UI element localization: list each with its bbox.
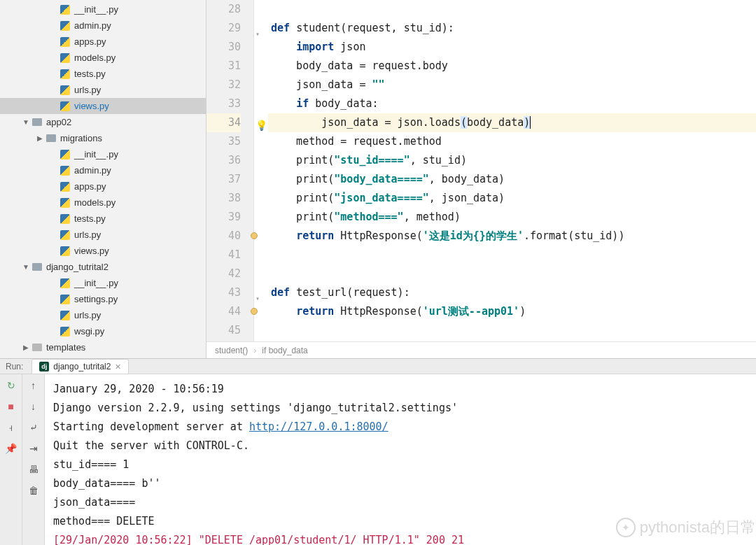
python-file-icon (59, 85, 71, 96)
line-number: 30 (206, 38, 241, 57)
python-file-icon (59, 294, 71, 305)
python-file-icon (59, 181, 71, 192)
chevron-right-icon[interactable]: ▶ (21, 344, 31, 351)
file-item[interactable]: ▶settings.py (0, 291, 206, 307)
file-item[interactable]: ▶__init__.py (0, 1, 206, 17)
python-file-icon (59, 197, 71, 208)
code-line[interactable]: json_data = "" (268, 76, 756, 94)
file-item[interactable]: ▶apps.py (0, 178, 206, 194)
tree-label: apps.py (74, 36, 106, 47)
close-icon[interactable]: ✕ (115, 362, 121, 371)
chevron-right-icon[interactable]: ▶ (35, 134, 45, 142)
fold-icon[interactable]: ▾ (255, 24, 260, 43)
folder-item[interactable]: ▼django_tutrital2 (0, 259, 206, 275)
run-config-tab[interactable]: dj django_tutrital2 ✕ (31, 359, 129, 374)
fold-icon[interactable]: ▾ (255, 289, 260, 308)
file-item[interactable]: ▶admin.py (0, 17, 206, 34)
tree-label: apps.py (74, 181, 106, 192)
soft-wrap-icon[interactable]: ⤶ (27, 420, 41, 434)
code-line[interactable] (268, 264, 756, 283)
file-item[interactable]: ▶__init__.py (0, 146, 206, 162)
file-item[interactable]: ▶admin.py (0, 162, 206, 178)
file-item[interactable]: ▶apps.py (0, 34, 206, 50)
trash-icon[interactable]: 🗑 (27, 483, 41, 497)
code-line[interactable]: body_data = request.body (268, 57, 756, 76)
file-item[interactable]: ▶urls.py (0, 307, 206, 323)
up-icon[interactable]: ↑ (27, 378, 41, 392)
stop-icon[interactable]: ■ (4, 399, 18, 413)
code-line[interactable]: print("method===", method) (268, 208, 756, 227)
code-line[interactable]: print("body_data====", body_data) (268, 170, 756, 189)
line-number: 37 (206, 170, 241, 189)
tree-label: app02 (46, 117, 71, 127)
code-line[interactable]: if body_data: (268, 94, 756, 113)
folder-item[interactable]: ▶templates (0, 339, 206, 355)
console-line: Starting development server at http://12… (53, 418, 748, 437)
tree-label: __init__.py (74, 149, 118, 160)
code-line[interactable]: json_data = json.loads(body_data) (268, 113, 756, 132)
file-item[interactable]: ▶views.py (0, 243, 206, 259)
tree-label: __init__.py (74, 4, 118, 15)
rerun-icon[interactable]: ↻ (4, 378, 18, 392)
code-lines[interactable]: def student(request, stu_id): import jso… (268, 0, 756, 341)
python-file-icon (59, 165, 71, 176)
line-number: 44 (206, 302, 241, 321)
code-line[interactable] (268, 0, 756, 19)
file-item[interactable]: ▶__init__.py (0, 275, 206, 291)
console-output[interactable]: January 29, 2020 - 10:56:19Django versio… (45, 374, 756, 545)
override-marker-icon[interactable] (251, 232, 258, 239)
file-item[interactable]: ▶wsgi.py (0, 323, 206, 339)
file-item[interactable]: ▶urls.py (0, 82, 206, 98)
python-file-icon (59, 149, 71, 160)
intention-bulb-icon[interactable]: 💡 (255, 116, 267, 135)
file-item[interactable]: ▶urls.py (0, 227, 206, 243)
django-icon: dj (39, 362, 49, 371)
code-editor[interactable]: 282930313233343536373839404142434445 ▾💡▾… (206, 0, 756, 341)
chevron-right-icon: › (253, 346, 256, 355)
folder-item[interactable]: ▶migrations (0, 130, 206, 146)
run-toolbar-right: ↑ ↓ ⤶ ⇥ 🖶 🗑 (22, 374, 45, 545)
override-marker-icon[interactable] (251, 308, 258, 315)
breadcrumb[interactable]: student() › if body_data (206, 341, 756, 358)
file-item[interactable]: ▶models.py (0, 50, 206, 66)
python-file-icon (59, 278, 71, 289)
pin-icon[interactable]: 📌 (4, 441, 18, 455)
python-file-icon (59, 4, 71, 15)
run-panel: Run: dj django_tutrital2 ✕ ↻ ■ ⫞ 📌 ↑ ↓ ⤶… (0, 358, 756, 545)
code-line[interactable]: def test_url(request): (268, 283, 756, 302)
python-file-icon (59, 101, 71, 112)
run-tab-name: django_tutrital2 (53, 362, 111, 371)
scroll-end-icon[interactable]: ⇥ (27, 441, 41, 455)
file-item[interactable]: ▶views.py (0, 98, 206, 114)
python-file-icon (59, 310, 71, 321)
python-file-icon (59, 69, 71, 80)
marker-strip: ▾💡▾ (254, 0, 268, 341)
code-line[interactable]: return HttpResponse('url测试--app01') (268, 302, 756, 321)
chevron-down-icon[interactable]: ▼ (21, 118, 31, 126)
file-item[interactable]: ▶tests.py (0, 66, 206, 82)
code-line[interactable]: def student(request, stu_id): (268, 19, 756, 38)
print-icon[interactable]: 🖶 (27, 462, 41, 476)
code-line[interactable]: print("stu_id====", stu_id) (268, 151, 756, 170)
file-item[interactable]: ▶models.py (0, 194, 206, 211)
layout-icon[interactable]: ⫞ (4, 420, 18, 434)
chevron-down-icon[interactable]: ▼ (21, 263, 31, 271)
folder-item[interactable]: ▼app02 (0, 114, 206, 130)
down-icon[interactable]: ↓ (27, 399, 41, 413)
breadcrumb-item[interactable]: if body_data (262, 346, 307, 355)
breadcrumb-item[interactable]: student() (215, 346, 248, 355)
folder-icon (45, 133, 57, 144)
console-link[interactable]: http://127.0.0.1:8000/ (249, 420, 388, 433)
tree-label: templates (46, 342, 85, 353)
line-number: 41 (206, 246, 241, 264)
folder-icon (31, 342, 43, 353)
line-number: 28 (206, 0, 241, 19)
code-line[interactable]: method = request.method (268, 132, 756, 151)
file-item[interactable]: ▶tests.py (0, 211, 206, 227)
code-line[interactable]: return HttpResponse('这是id为{}的学生'.format(… (268, 227, 756, 246)
code-line[interactable]: print("json_data====", json_data) (268, 189, 756, 208)
code-line[interactable]: import json (268, 38, 756, 57)
code-line[interactable] (268, 321, 756, 340)
project-tree[interactable]: ▶__init__.py▶admin.py▶apps.py▶models.py▶… (0, 0, 206, 358)
code-line[interactable] (268, 246, 756, 264)
